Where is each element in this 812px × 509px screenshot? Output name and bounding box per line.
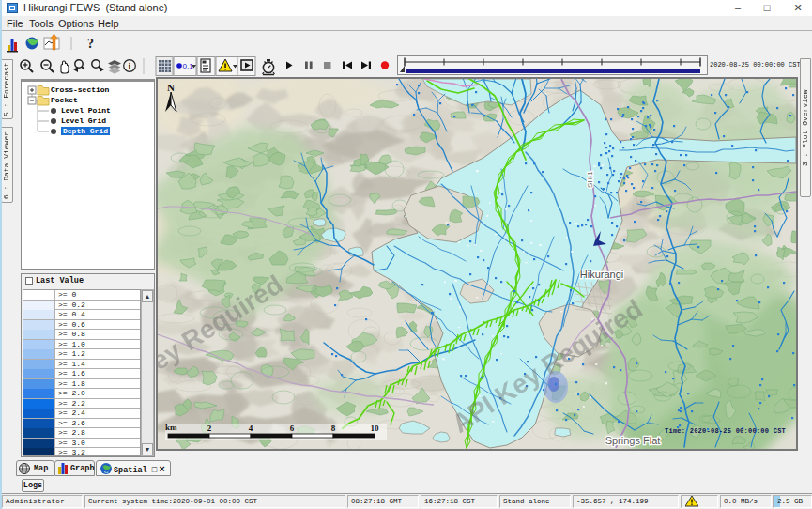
svg-text:Time: 2020-08-25 00:00:00 CST: Time: 2020-08-25 00:00:00 CST: [665, 427, 786, 435]
svg-text:?: ?: [87, 37, 94, 51]
svg-text:km: km: [165, 423, 177, 432]
svg-text:0.1: 0.1: [183, 62, 194, 70]
svg-text:Hikurangi: Hikurangi: [580, 269, 623, 280]
svg-text:6: 6: [290, 424, 295, 433]
svg-text:2: 2: [207, 424, 212, 433]
svg-text:4: 4: [249, 424, 253, 433]
svg-text:N: N: [167, 82, 175, 93]
svg-text:SH 1: SH 1: [586, 171, 594, 188]
svg-text:i: i: [129, 61, 131, 71]
svg-text:Springs Flat: Springs Flat: [605, 435, 661, 446]
svg-text:8: 8: [331, 424, 336, 433]
svg-text:10: 10: [371, 424, 380, 433]
